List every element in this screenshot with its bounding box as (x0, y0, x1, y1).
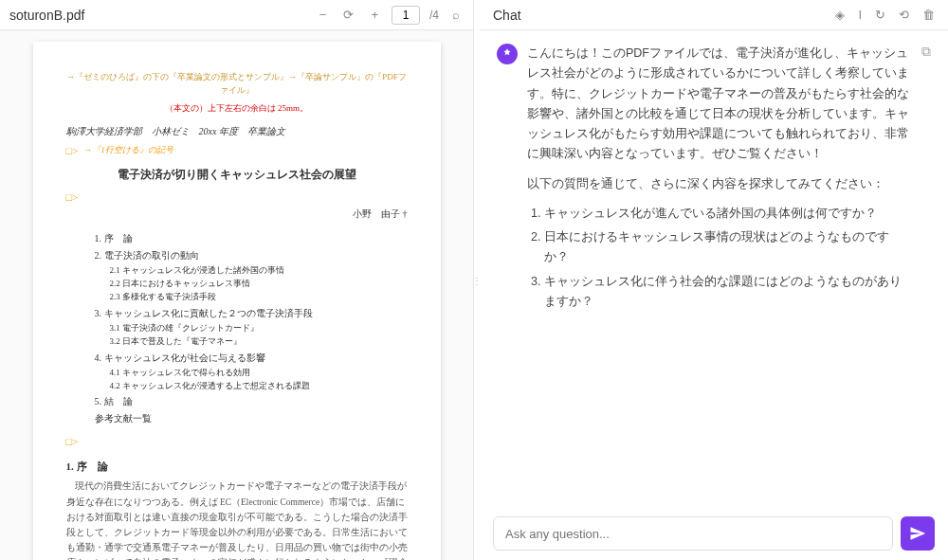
pdf-toolbar: soturonB.pdf − ⟳ + /4 ⌕ (0, 0, 473, 30)
toc-item: 2.1 キャッシュレス化が浸透した諸外国の事情 (110, 263, 408, 277)
refresh-icon[interactable]: ↻ (875, 8, 885, 22)
suggested-question: キャッシュレス化が進んでいる諸外国の具体例は何ですか？ (544, 204, 912, 224)
assistant-message: こんにちは！このPDFファイルでは、電子決済が進化し、キャッシュレス社会がどのよ… (497, 44, 931, 316)
section-heading: 1. 序 論 (66, 459, 408, 476)
undo-icon[interactable]: ⟲ (899, 8, 909, 22)
suggested-question: キャッシュレス化に伴う社会的な課題にはどのようなものがありますか？ (544, 272, 912, 313)
zoom-out-button[interactable]: − (316, 6, 331, 24)
pdf-viewer[interactable]: →『ゼミのひろば』の下の『卒業論文の形式とサンプル』→『卒論サンプル』の『PDF… (0, 30, 473, 560)
toc-item: 参考文献一覧 (95, 411, 408, 426)
toc-item: 4.1 キャッシュレス化で得られる効用 (110, 366, 408, 379)
toc-item: 5. 結 論 (95, 394, 408, 409)
margin-note: （本文の）上下左右の余白は 25mm。 (66, 101, 408, 115)
chat-messages[interactable]: こんにちは！このPDFファイルでは、電子決済が進化し、キャッシュレス社会がどのよ… (480, 30, 948, 507)
spacer-marker: □> (66, 434, 402, 451)
message-paragraph: こんにちは！このPDFファイルでは、電子決済が進化し、キャッシュレス社会がどのよ… (527, 44, 912, 165)
suggested-question: 日本におけるキャッシュレス事情の現状はどのようなものですか？ (544, 227, 912, 268)
toc-item: 3.1 電子決済の雄『クレジットカード』 (110, 321, 408, 334)
text-cursor-icon[interactable]: I (858, 8, 862, 22)
copy-icon[interactable]: ⧉ (921, 44, 931, 316)
zoom-in-button[interactable]: + (367, 6, 382, 24)
share-icon[interactable]: ◈ (835, 8, 845, 22)
body-paragraph: 現代の消費生活においてクレジットカードや電子マネーなどの電子決済手段が身近な存在… (66, 479, 408, 560)
pdf-filename: soturonB.pdf (9, 8, 316, 23)
thesis-title: 電子決済が切り開くキャッシュレス社会の展望 (66, 166, 408, 184)
page-total: /4 (429, 9, 439, 22)
chat-panel: Chat ◈ I ↻ ⟲ 🗑 こんにちは！このPDFファイルでは、電子決済が進化… (480, 0, 948, 560)
toc-item: 3.2 日本で普及した『電子マネー』 (110, 334, 408, 348)
rotate-button[interactable]: ⟳ (339, 6, 357, 24)
table-of-contents: 1. 序 論 2. 電子決済の取引の動向 2.1 キャッシュレス化が浸透した諸外… (95, 231, 408, 427)
spacer-marker: □> (66, 143, 79, 160)
pdf-panel: soturonB.pdf − ⟳ + /4 ⌕ →『ゼミのひろば』の下の『卒業論… (0, 0, 474, 560)
toc-item: 2.3 多様化する電子決済手段 (110, 290, 408, 303)
message-paragraph: 以下の質問を通じて、さらに深く内容を探求してみてください： (527, 174, 912, 194)
author: 小野 由子 † (66, 207, 408, 222)
toc-item: 2.2 日本におけるキャッシュレス事情 (110, 277, 408, 290)
toc-item: 4.2 キャッシュレス化が浸透する上で想定される課題 (110, 379, 408, 392)
chat-input-bar (480, 507, 948, 560)
toc-item: 4. キャッシュレス化が社会に与える影響 (95, 351, 408, 366)
breadcrumb-note: →『ゼミのひろば』の下の『卒業論文の形式とサンプル』→『卒論サンプル』の『PDF… (66, 70, 408, 98)
spacer-marker: □> (66, 190, 402, 207)
toc-item: 2. 電子決済の取引の動向 (95, 248, 408, 263)
chat-header: Chat ◈ I ↻ ⟲ 🗑 (480, 0, 948, 30)
assistant-avatar (497, 44, 518, 64)
chat-input[interactable] (493, 516, 893, 551)
chat-title: Chat (493, 8, 835, 23)
page-number-input[interactable] (392, 6, 420, 25)
doc-header-line: 駒澤大学経済学部 小林ゼミ 20xx 年度 卒業論文 (66, 126, 285, 136)
send-button[interactable] (901, 516, 935, 551)
search-icon[interactable]: ⌕ (448, 6, 464, 24)
delete-icon[interactable]: 🗑 (922, 8, 935, 22)
pdf-page: →『ゼミのひろば』の下の『卒業論文の形式とサンプル』→『卒論サンプル』の『PDF… (33, 42, 441, 560)
spacer-note: →『1行空ける』の記号 (83, 143, 173, 160)
panel-resizer[interactable]: ⋮ (474, 0, 480, 560)
toc-item: 3. キャッシュレス化に貢献した２つの電子決済手段 (95, 306, 408, 321)
toc-item: 1. 序 論 (95, 231, 408, 246)
